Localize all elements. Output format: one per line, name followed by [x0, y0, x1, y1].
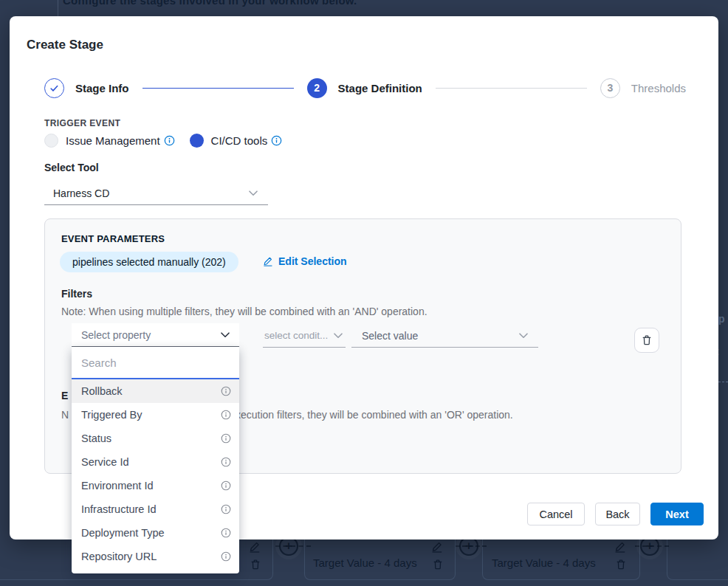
chevron-down-icon — [249, 190, 258, 196]
search-input[interactable] — [72, 347, 239, 379]
cancel-button[interactable]: Cancel — [527, 503, 585, 525]
back-button[interactable]: Back — [595, 503, 640, 525]
value-select[interactable]: Select value — [351, 324, 538, 348]
execution-filters-heading-fragment: E — [61, 390, 68, 401]
event-parameters-heading: EVENT PARAMETERS — [61, 233, 165, 244]
trash-icon — [250, 559, 261, 571]
edit-selection-link[interactable]: Edit Selection — [263, 255, 347, 267]
trash-icon — [432, 559, 444, 571]
filters-note: Note: When using multiple filters, they … — [61, 306, 427, 317]
property-select-placeholder: Select property — [72, 329, 151, 341]
info-icon[interactable] — [221, 480, 231, 491]
dropdown-option-triggered-by[interactable]: Triggered By — [72, 403, 239, 427]
info-icon[interactable] — [164, 135, 175, 146]
trash-icon — [641, 334, 653, 346]
chevron-down-icon — [519, 333, 528, 339]
radio-issue-management[interactable] — [44, 134, 58, 148]
background-page-subtitle: Configure the stages involved in your wo… — [63, 0, 357, 7]
execution-note-fragment: N — [61, 409, 69, 421]
stepper-connector — [142, 88, 294, 89]
info-icon[interactable] — [221, 528, 231, 538]
edit-pencil-icon — [249, 541, 261, 553]
select-tool-label: Select Tool — [44, 162, 99, 173]
background-card-label: Target Value - 4 days — [492, 556, 596, 569]
radio-cicd-tools[interactable] — [190, 134, 204, 148]
modal-title: Create Stage — [27, 38, 103, 52]
filters-heading: Filters — [61, 288, 92, 300]
radio-label-cicd-tools: CI/CD tools — [211, 134, 268, 147]
property-select[interactable]: Select property — [72, 323, 239, 347]
background-stage-card — [667, 537, 728, 580]
edit-pencil-icon — [614, 541, 626, 553]
info-icon[interactable] — [221, 410, 231, 420]
tool-select-value: Harness CD — [44, 187, 249, 199]
stepper-connector — [436, 88, 587, 89]
info-icon[interactable] — [221, 386, 231, 396]
dropdown-option-infrastructure-id[interactable]: Infrastructure Id — [72, 497, 239, 521]
radio-label-issue-management: Issue Management — [66, 134, 160, 147]
check-icon — [49, 84, 59, 92]
info-icon[interactable] — [221, 457, 231, 467]
condition-select-placeholder: select condit... — [263, 330, 328, 341]
step-upcoming-circle[interactable]: 3 — [600, 78, 620, 98]
step-current-circle[interactable]: 2 — [307, 78, 327, 98]
step-label-thresholds: Thresholds — [631, 82, 686, 94]
delete-filter-button[interactable] — [634, 328, 659, 353]
wizard-stepper: Stage Info 2 Stage Definition 3 Threshol… — [44, 77, 686, 98]
value-select-placeholder: Select value — [351, 330, 418, 342]
step-label-stage-info: Stage Info — [75, 82, 129, 94]
info-icon[interactable] — [221, 551, 231, 562]
info-icon[interactable] — [271, 135, 282, 146]
pipelines-selected-chip: pipelines selected manually (202) — [60, 252, 238, 272]
edit-pencil-icon — [263, 256, 273, 266]
tool-select[interactable]: Harness CD — [44, 182, 268, 205]
dropdown-option-rollback[interactable]: Rollback — [72, 379, 239, 403]
trash-icon — [615, 559, 627, 571]
dropdown-option-deployment-type[interactable]: Deployment Type — [72, 521, 239, 545]
property-dropdown-menu: Rollback Triggered By Status Service Id … — [72, 347, 239, 573]
condition-select[interactable]: select condit... — [263, 324, 346, 348]
modal-footer: Cancel Back Next — [527, 503, 704, 525]
trigger-event-radio-group: Issue Management CI/CD tools — [44, 132, 282, 148]
step-complete-circle[interactable] — [44, 78, 64, 98]
next-button[interactable]: Next — [650, 503, 704, 525]
chevron-down-icon — [334, 333, 343, 339]
dropdown-option-environment-id[interactable]: Environment Id — [72, 474, 239, 497]
info-icon[interactable] — [221, 504, 231, 514]
dropdown-option-repository-url[interactable]: Repository URL — [72, 545, 239, 568]
background-card-label: Target Value - 4 days — [313, 556, 417, 569]
dropdown-option-status[interactable]: Status — [72, 427, 239, 450]
execution-note-fragment: xecution filters, they will be combined … — [236, 409, 513, 421]
dropdown-option-service-id[interactable]: Service Id — [72, 450, 239, 474]
info-icon[interactable] — [221, 433, 231, 444]
edit-pencil-icon — [431, 541, 443, 553]
step-label-stage-definition: Stage Definition — [338, 82, 422, 94]
chevron-down-icon — [221, 332, 230, 338]
trigger-event-label: TRIGGER EVENT — [44, 118, 120, 128]
